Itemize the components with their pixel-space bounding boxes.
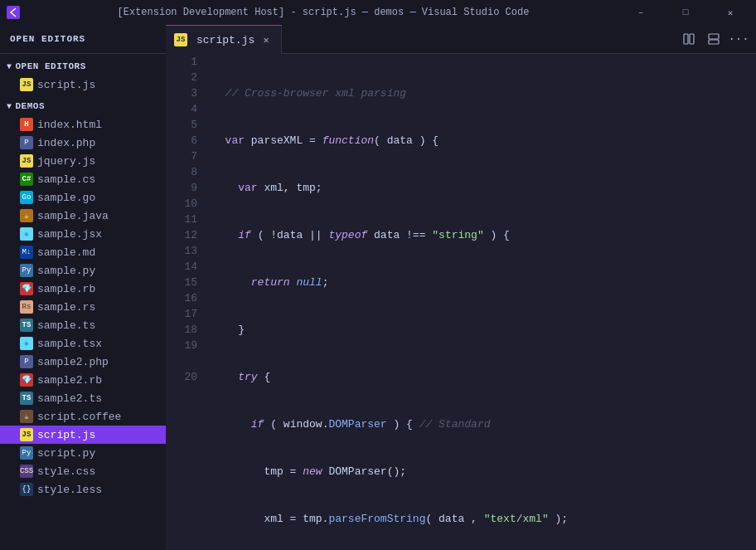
file-icon-html: H [20, 118, 33, 131]
code-line-10: xml = tmp.parseFromString( data , "text/… [212, 511, 756, 527]
file-icon-css: CSS [20, 465, 33, 478]
sidebar-item-jquery-js[interactable]: JS jquery.js [0, 152, 166, 170]
code-line-3: var xml, tmp; [212, 180, 756, 196]
sidebar-item-sample-rb[interactable]: 💎 sample.rb [0, 280, 166, 298]
sidebar-item-script-js[interactable]: JS script.js [0, 426, 166, 444]
tabbar: OPEN EDITORS JS script.js ✕ [0, 25, 756, 54]
explorer-title: OPEN EDITORS [10, 34, 85, 44]
line-numbers: 1 2 3 4 5 6 7 8 9 10 11 12 13 14 [166, 54, 206, 550]
sidebar-item-sample-jsx[interactable]: ⚛ sample.jsx [0, 225, 166, 243]
tab-label: script.js [196, 34, 254, 46]
sidebar-item-sample-cs[interactable]: C# sample.cs [0, 170, 166, 188]
file-icon-js: JS [20, 154, 33, 168]
file-icon-rb: 💎 [20, 282, 33, 295]
file-icon-js: JS [20, 78, 33, 91]
window-controls: – □ ✕ [622, 0, 749, 25]
svg-rect-1 [690, 34, 694, 44]
tab-script-js[interactable]: JS script.js ✕ [166, 25, 282, 54]
sidebar-item-label: sample2.ts [37, 392, 102, 405]
sidebar-item-label: sample.rs [37, 301, 95, 314]
layout-button[interactable] [703, 28, 724, 50]
sidebar-item-sample2-ts[interactable]: TS sample2.ts [0, 389, 166, 407]
sidebar-item-script-coffee[interactable]: ☕ script.coffee [0, 407, 166, 426]
code-editor[interactable]: // Cross-browser xml parsing var parseXM… [206, 54, 756, 550]
file-icon-js2: JS [20, 428, 33, 441]
file-icon-md: M↓ [20, 246, 33, 259]
sidebar-item-label: style.css [37, 465, 95, 478]
sidebar-item-style-less[interactable]: {} style.less [0, 480, 166, 499]
sidebar-item-sample2-rb[interactable]: 💎 sample2.rb [0, 371, 166, 389]
sidebar-item-sample-ts[interactable]: TS sample.ts [0, 316, 166, 334]
code-line-5: return null; [212, 275, 756, 290]
content-wrapper: OPEN EDITORS JS script.js ✕ [0, 25, 756, 550]
sidebar-item-sample-rs[interactable]: Rs sample.rs [0, 298, 166, 316]
code-line-9: tmp = new DOMParser(); [212, 464, 756, 479]
code-line-4: if ( !data || typeof data !== "string" )… [212, 227, 756, 243]
close-button[interactable]: ✕ [711, 0, 749, 25]
section-open-editors[interactable]: ▼ OPEN EDITORS [0, 57, 166, 75]
sidebar-item-label: sample.tsx [37, 338, 102, 350]
sidebar-item-index-html[interactable]: H index.html [0, 115, 166, 134]
sidebar-item-label: jquery.js [37, 155, 95, 168]
file-icon-java: ☕ [20, 209, 33, 222]
editor-content[interactable]: 1 2 3 4 5 6 7 8 9 10 11 12 13 14 [166, 54, 756, 550]
more-actions-button[interactable]: ··· [728, 28, 749, 50]
svg-rect-3 [709, 40, 719, 44]
sidebar-item-label: sample2.php [37, 356, 109, 368]
sidebar-item-label: script.py [37, 447, 95, 460]
code-line-6: } [212, 322, 756, 338]
file-icon-less: {} [20, 483, 33, 496]
file-icon-php: P [20, 136, 33, 149]
app-window: [Extension Development Host] - script.js… [0, 0, 756, 550]
sidebar-item-label: index.html [37, 119, 102, 131]
titlebar-title: [Extension Development Host] - script.js… [25, 7, 622, 18]
code-line-2: var parseXML = function( data ) { [212, 133, 756, 148]
titlebar: [Extension Development Host] - script.js… [0, 0, 756, 25]
file-icon-py2: Py [20, 446, 33, 460]
sidebar-item-script-py[interactable]: Py script.py [0, 444, 166, 462]
sidebar-item-sample-py[interactable]: Py sample.py [0, 261, 166, 280]
file-icon-rb2: 💎 [20, 373, 33, 387]
sidebar-item-sample-java[interactable]: ☕ sample.java [0, 207, 166, 225]
svg-rect-0 [684, 34, 688, 44]
file-icon-coffee: ☕ [20, 410, 33, 423]
app-icon [7, 6, 20, 19]
file-icon-ts: TS [20, 319, 33, 332]
sidebar-item-sample-go[interactable]: Go sample.go [0, 188, 166, 207]
sidebar-item-style-css[interactable]: CSS style.css [0, 462, 166, 480]
maximize-button[interactable]: □ [666, 0, 705, 25]
file-icon-rs: Rs [20, 300, 33, 314]
sidebar-item-label: sample.java [37, 210, 109, 222]
sidebar: ▼ OPEN EDITORS JS script.js ▼ DEMOS H in… [0, 54, 166, 550]
file-icon-tsx: ⚛ [20, 337, 33, 350]
editor-with-sidebar: ▼ OPEN EDITORS JS script.js ▼ DEMOS H in… [0, 54, 756, 550]
sidebar-item-index-php[interactable]: P index.php [0, 134, 166, 152]
sidebar-item-label: sample.cs [37, 173, 95, 186]
section-demos[interactable]: ▼ DEMOS [0, 97, 166, 115]
explorer-header: OPEN EDITORS [0, 25, 166, 53]
code-line-7: try { [212, 369, 756, 385]
sidebar-item-script-js-open[interactable]: JS script.js [0, 75, 166, 94]
sidebar-item-label: style.less [37, 484, 102, 496]
sidebar-item-label: sample.rb [37, 283, 95, 295]
file-icon-cs: C# [20, 173, 33, 186]
sidebar-item-label: script.js [37, 79, 95, 91]
tab-file-icon: JS [174, 33, 187, 46]
sidebar-item-sample-md[interactable]: M↓ sample.md [0, 243, 166, 261]
file-icon-jsx: ⚛ [20, 227, 33, 241]
tab-close-button[interactable]: ✕ [259, 33, 273, 46]
sidebar-item-sample2-php[interactable]: P sample2.php [0, 353, 166, 371]
code-line-8: if ( window.DOMParser ) { // Standard [212, 416, 756, 432]
tab-actions: ··· [678, 25, 756, 53]
file-icon-py: Py [20, 264, 33, 277]
sidebar-item-label: sample.md [37, 246, 95, 259]
sidebar-item-sample-tsx[interactable]: ⚛ sample.tsx [0, 334, 166, 353]
editor-area: 1 2 3 4 5 6 7 8 9 10 11 12 13 14 [166, 54, 756, 550]
split-editor-button[interactable] [678, 28, 700, 50]
file-icon-php2: P [20, 355, 33, 368]
sidebar-item-label: sample.go [37, 192, 95, 204]
sidebar-item-label: sample.ts [37, 319, 95, 332]
minimize-button[interactable]: – [622, 0, 660, 25]
file-icon-ts2: TS [20, 392, 33, 405]
sidebar-item-label: script.js [37, 429, 95, 441]
